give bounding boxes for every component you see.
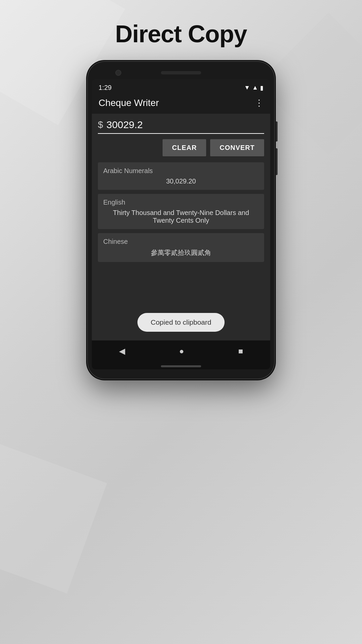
app-bar: Cheque Writer ⋮ (92, 94, 270, 114)
status-time: 1:29 (99, 84, 112, 92)
menu-button[interactable]: ⋮ (255, 98, 263, 108)
english-label: English (103, 199, 259, 206)
home-indicator-area (92, 361, 270, 369)
home-indicator-bar (161, 365, 201, 367)
clipboard-toast: Copied to clipboard (137, 313, 225, 332)
home-button[interactable]: ● (179, 346, 184, 356)
volume-button (276, 148, 278, 175)
page-title: Direct Copy (115, 20, 247, 48)
content-area: $ 30029.2 CLEAR CONVERT Arabic Numerals … (92, 114, 270, 340)
english-value: Thirty Thousand and Twenty-Nine Dollars … (103, 209, 259, 224)
app-bar-title: Cheque Writer (99, 98, 159, 108)
arabic-numerals-card: Arabic Numerals 30,029.20 (98, 162, 264, 190)
chinese-card: Chinese 參萬零貳拾玖圓貳角 (98, 233, 264, 262)
phone-top-bezel (92, 68, 270, 79)
arabic-numerals-label: Arabic Numerals (103, 167, 259, 175)
back-button[interactable]: ◀ (119, 346, 125, 356)
status-icons: ▼ ▲ ▮ (244, 84, 263, 92)
spacer (98, 266, 264, 306)
battery-icon: ▮ (260, 84, 263, 92)
english-card: English Thirty Thousand and Twenty-Nine … (98, 194, 264, 229)
signal-icon: ▲ (252, 84, 258, 91)
wifi-icon: ▼ (244, 84, 250, 91)
chinese-label: Chinese (103, 238, 259, 246)
action-buttons: CLEAR CONVERT (98, 139, 264, 156)
speaker (161, 71, 201, 74)
chinese-value: 參萬零貳拾玖圓貳角 (103, 248, 259, 257)
phone-screen: 1:29 ▼ ▲ ▮ Cheque Writer ⋮ $ 30029.2 CLE… (92, 79, 270, 369)
amount-input-row: $ 30029.2 (98, 119, 264, 134)
convert-button[interactable]: CONVERT (210, 139, 264, 156)
status-bar: 1:29 ▼ ▲ ▮ (92, 79, 270, 94)
front-camera (115, 70, 121, 76)
phone-frame: 1:29 ▼ ▲ ▮ Cheque Writer ⋮ $ 30029.2 CLE… (87, 61, 275, 379)
power-button (276, 121, 278, 142)
currency-symbol: $ (98, 119, 103, 130)
clear-button[interactable]: CLEAR (163, 139, 206, 156)
amount-input[interactable]: 30029.2 (107, 119, 264, 130)
recents-button[interactable]: ■ (238, 346, 243, 356)
toast-container: Copied to clipboard (98, 306, 264, 335)
navigation-bar: ◀ ● ■ (92, 340, 270, 361)
arabic-numerals-value: 30,029.20 (103, 177, 259, 185)
